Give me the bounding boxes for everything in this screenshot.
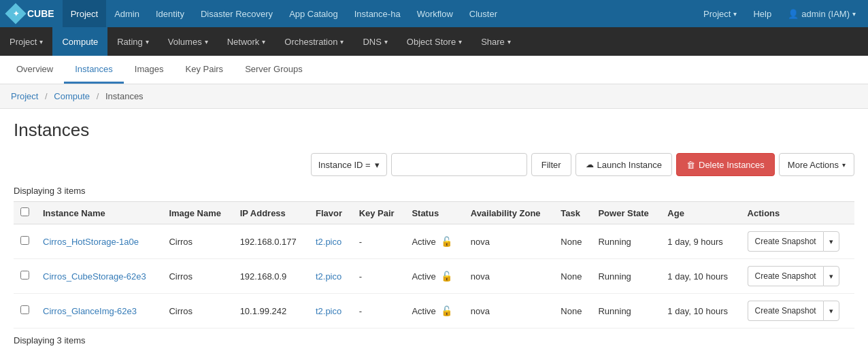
row-checkbox-0[interactable] bbox=[20, 236, 29, 245]
instance-name-link[interactable]: Cirros_CubeStorage-62e3 bbox=[43, 271, 146, 282]
top-nav-cluster[interactable]: Cluster bbox=[461, 0, 505, 27]
top-nav-help[interactable]: Help bbox=[746, 3, 778, 24]
filter-select[interactable]: Instance ID = ▾ bbox=[311, 153, 387, 176]
row-task: None bbox=[554, 259, 591, 294]
col-age: Age bbox=[661, 202, 740, 224]
row-key-pair: - bbox=[352, 259, 405, 294]
tab-server-groups[interactable]: Server Groups bbox=[234, 56, 314, 84]
second-nav-share[interactable]: Share ▾ bbox=[471, 27, 520, 56]
chevron-down-icon: ▾ bbox=[146, 38, 149, 46]
row-power-state: Running bbox=[591, 259, 661, 294]
table-row: Cirros_GlanceImg-62e3 Cirros 10.1.99.242… bbox=[14, 294, 854, 328]
logo-text: CUBE bbox=[27, 8, 54, 19]
select-all-header[interactable] bbox=[14, 202, 36, 224]
action-dropdown-button[interactable]: ▾ bbox=[823, 231, 839, 252]
row-status: Active 🔓 bbox=[405, 224, 463, 259]
col-status: Status bbox=[405, 202, 463, 224]
row-actions: Create Snapshot ▾ bbox=[741, 294, 854, 328]
second-nav-orchestration[interactable]: Orchestration ▾ bbox=[275, 27, 353, 56]
chevron-down-icon: ▾ bbox=[458, 38, 462, 46]
trash-icon: 🗑 bbox=[686, 160, 695, 170]
row-age: 1 day, 10 hours bbox=[661, 294, 740, 328]
row-age: 1 day, 9 hours bbox=[661, 224, 740, 259]
top-nav-user-dropdown[interactable]: 👤 admin (IAM) ▾ bbox=[781, 3, 863, 24]
row-ip-address: 10.1.99.242 bbox=[233, 294, 309, 328]
chevron-down-icon: ▾ bbox=[507, 38, 511, 46]
logo-diamond: ✦ bbox=[5, 3, 26, 24]
row-instance-name: Cirros_GlanceImg-62e3 bbox=[36, 294, 162, 328]
bottom-count: Displaying 3 items bbox=[14, 335, 854, 345]
logo[interactable]: ✦ CUBE bbox=[0, 0, 63, 27]
row-task: None bbox=[554, 224, 591, 259]
second-nav-object-store[interactable]: Object Store ▾ bbox=[397, 27, 471, 56]
second-nav-rating[interactable]: Rating ▾ bbox=[107, 27, 158, 56]
row-checkbox-2[interactable] bbox=[20, 305, 29, 314]
row-flavor: t2.pico bbox=[309, 294, 352, 328]
top-nav-project[interactable]: Project bbox=[63, 0, 106, 27]
row-checkbox-cell[interactable] bbox=[14, 224, 36, 259]
row-checkbox-cell[interactable] bbox=[14, 259, 36, 294]
row-flavor: t2.pico bbox=[309, 224, 352, 259]
top-nav-identity[interactable]: Identity bbox=[148, 0, 193, 27]
flavor-link[interactable]: t2.pico bbox=[316, 271, 341, 282]
action-dropdown-button[interactable]: ▾ bbox=[823, 301, 839, 321]
row-task: None bbox=[554, 294, 591, 328]
user-icon: 👤 bbox=[788, 9, 799, 19]
select-all-checkbox[interactable] bbox=[20, 207, 29, 216]
row-availability-zone: nova bbox=[464, 294, 554, 328]
row-ip-address: 192.168.0.177 bbox=[233, 224, 309, 259]
tab-instances[interactable]: Instances bbox=[64, 56, 124, 84]
col-key-pair: Key Pair bbox=[352, 202, 405, 224]
top-nav-project-dropdown[interactable]: Project ▾ bbox=[697, 3, 744, 24]
tab-overview[interactable]: Overview bbox=[5, 56, 64, 84]
filter-button[interactable]: Filter bbox=[531, 153, 571, 176]
create-snapshot-button[interactable]: Create Snapshot bbox=[748, 301, 823, 321]
action-group: Create Snapshot ▾ bbox=[748, 231, 839, 252]
create-snapshot-button[interactable]: Create Snapshot bbox=[748, 231, 823, 252]
col-power-state: Power State bbox=[591, 202, 661, 224]
col-instance-name: Instance Name bbox=[36, 202, 162, 224]
tab-key-pairs[interactable]: Key Pairs bbox=[174, 56, 234, 84]
action-dropdown-button[interactable]: ▾ bbox=[823, 266, 839, 286]
col-ip-address: IP Address bbox=[233, 202, 309, 224]
second-nav-dns[interactable]: DNS ▾ bbox=[353, 27, 397, 56]
filter-input[interactable] bbox=[391, 153, 527, 176]
row-checkbox-1[interactable] bbox=[20, 271, 29, 280]
second-nav-project[interactable]: Project ▾ bbox=[0, 27, 52, 56]
breadcrumb-compute[interactable]: Compute bbox=[54, 91, 90, 101]
second-nav-volumes[interactable]: Volumes ▾ bbox=[158, 27, 218, 56]
action-group: Create Snapshot ▾ bbox=[748, 301, 839, 321]
top-navigation: ✦ CUBE Project Admin Identity Disaster R… bbox=[0, 0, 868, 27]
row-checkbox-cell[interactable] bbox=[14, 294, 36, 328]
row-age: 1 day, 10 hours bbox=[661, 259, 740, 294]
second-nav-compute[interactable]: Compute bbox=[52, 27, 107, 56]
create-snapshot-button[interactable]: Create Snapshot bbox=[748, 266, 823, 286]
row-image-name: Cirros bbox=[162, 294, 233, 328]
launch-instance-button[interactable]: ☁ Launch Instance bbox=[575, 153, 672, 176]
breadcrumb-separator: / bbox=[97, 91, 99, 101]
top-nav-workflow[interactable]: Workflow bbox=[409, 0, 461, 27]
top-nav-instance-ha[interactable]: Instance-ha bbox=[346, 0, 409, 27]
tab-images[interactable]: Images bbox=[124, 56, 175, 84]
row-image-name: Cirros bbox=[162, 224, 233, 259]
col-actions: Actions bbox=[741, 202, 854, 224]
instance-name-link[interactable]: Cirros_HotStorage-1a0e bbox=[43, 237, 139, 247]
breadcrumb: Project / Compute / Instances bbox=[0, 84, 868, 109]
second-nav-network[interactable]: Network ▾ bbox=[218, 27, 276, 56]
top-nav-app-catalog[interactable]: App Catalog bbox=[281, 0, 346, 27]
chevron-down-icon: ▾ bbox=[733, 10, 737, 18]
filter-select-label: Instance ID = bbox=[318, 160, 371, 170]
breadcrumb-current: Instances bbox=[105, 91, 144, 101]
instance-name-link[interactable]: Cirros_GlanceImg-62e3 bbox=[43, 306, 137, 316]
delete-instances-button[interactable]: 🗑 Delete Instances bbox=[676, 153, 775, 176]
top-nav-admin[interactable]: Admin bbox=[106, 0, 148, 27]
chevron-down-icon: ▾ bbox=[375, 160, 380, 170]
breadcrumb-project[interactable]: Project bbox=[11, 91, 38, 101]
main-content: Instances Instance ID = ▾ Filter ☁ Launc… bbox=[0, 109, 868, 355]
page-title: Instances bbox=[14, 120, 854, 141]
flavor-link[interactable]: t2.pico bbox=[316, 237, 341, 247]
top-nav-disaster-recovery[interactable]: Disaster Recovery bbox=[193, 0, 281, 27]
more-actions-button[interactable]: More Actions ▾ bbox=[779, 153, 854, 176]
flavor-link[interactable]: t2.pico bbox=[316, 306, 341, 316]
lock-icon: 🔓 bbox=[441, 236, 452, 247]
